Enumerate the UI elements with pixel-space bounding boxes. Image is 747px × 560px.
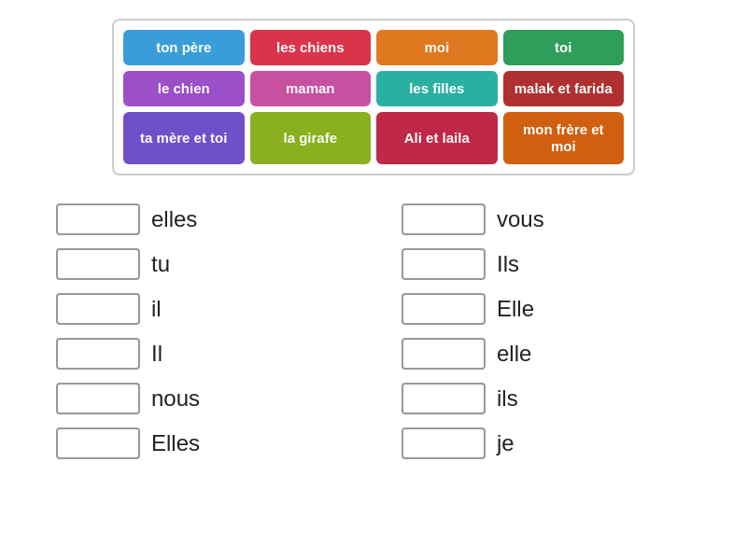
answer-box-tu[interactable] xyxy=(56,248,140,280)
tile-toi[interactable]: toi xyxy=(503,30,625,65)
tile-maman[interactable]: maman xyxy=(250,71,372,106)
answer-box-elle-cap[interactable] xyxy=(402,293,486,325)
answer-label-elle: elle xyxy=(497,341,531,367)
answer-row-elle: elle xyxy=(402,338,691,370)
answer-label-ils: Ils xyxy=(497,251,519,277)
tile-ta-mere-et-toi[interactable]: ta mère et toi xyxy=(123,112,245,164)
answer-box-elles[interactable] xyxy=(56,203,140,235)
answer-row-il: il xyxy=(56,293,345,325)
answer-row-tu: tu xyxy=(56,248,345,280)
answer-box-je[interactable] xyxy=(402,427,486,459)
tile-mon-frere-et-moi[interactable]: mon frère et moi xyxy=(503,112,625,164)
answer-row-vous: vous xyxy=(402,203,691,235)
answer-label-elle-cap: Elle xyxy=(497,296,534,322)
answer-box-vous[interactable] xyxy=(402,203,486,235)
tile-moi[interactable]: moi xyxy=(376,30,498,65)
tile-la-girafe[interactable]: la girafe xyxy=(250,112,372,164)
answer-box-nous[interactable] xyxy=(56,383,140,414)
answer-row-il-cap: Il xyxy=(56,338,345,370)
answer-row-ils: Ils xyxy=(402,248,691,280)
answer-label-nous: nous xyxy=(151,385,200,412)
answer-label-il-cap: Il xyxy=(151,341,162,367)
answer-label-ils-lc: ils xyxy=(497,385,518,412)
tile-malak-et-farida[interactable]: malak et farida xyxy=(503,71,625,106)
answer-row-nous: nous xyxy=(56,383,345,414)
tile-les-chiens[interactable]: les chiens xyxy=(250,30,372,65)
answer-row-elles-cap: Elles xyxy=(56,427,345,459)
answer-row-elles: elles xyxy=(56,203,345,235)
answer-row-elle-cap: Elle xyxy=(402,293,691,325)
tile-les-filles[interactable]: les filles xyxy=(376,71,498,106)
answer-box-il[interactable] xyxy=(56,293,140,325)
answer-box-elles-cap[interactable] xyxy=(56,427,140,459)
tile-le-chien[interactable]: le chien xyxy=(123,71,245,106)
answer-row-je: je xyxy=(402,427,691,459)
tiles-container: ton pèreles chiensmoitoile chienmamanles… xyxy=(112,19,635,175)
answer-label-elles-cap: Elles xyxy=(151,430,200,456)
answer-label-tu: tu xyxy=(151,251,170,277)
tile-ton-pere[interactable]: ton père xyxy=(123,30,245,65)
answers-section: ellesvoustuIlsilElleIlellenousilsEllesje xyxy=(28,203,719,459)
answer-box-il-cap[interactable] xyxy=(56,338,140,370)
answer-label-elles: elles xyxy=(151,206,197,232)
answer-row-ils-lc: ils xyxy=(402,383,691,414)
answer-label-il: il xyxy=(151,296,162,322)
answer-label-vous: vous xyxy=(497,206,544,232)
answer-box-elle[interactable] xyxy=(402,338,486,370)
answer-box-ils-lc[interactable] xyxy=(402,383,486,414)
answer-label-je: je xyxy=(497,430,514,456)
tile-ali-et-laila[interactable]: Ali et laila xyxy=(376,112,498,164)
answer-box-ils[interactable] xyxy=(402,248,486,280)
